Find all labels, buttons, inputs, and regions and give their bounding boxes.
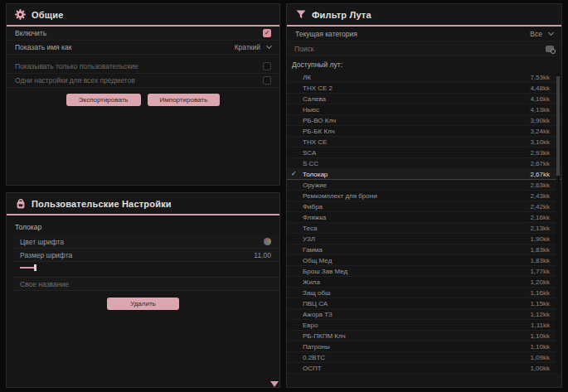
- panel-loot-filter-header: Фильтр Лута: [287, 4, 561, 27]
- font-color-label: Цвет шрифта: [20, 238, 64, 246]
- font-color-row: Цвет шрифта: [13, 235, 279, 249]
- loot-item-name: Теса: [299, 225, 530, 232]
- loot-row[interactable]: ✓ S CC 2,67kk: [287, 158, 561, 169]
- slider-fill: [20, 267, 35, 269]
- loot-item-name: ОСПТ: [299, 365, 530, 372]
- only-custom-label: Показывать только пользовательские: [15, 62, 138, 70]
- loot-list: ✓ ЛК 7,53kk ✓ ТНХ СЕ 2 4,48kk ✓ Салева 4…: [287, 72, 561, 374]
- loot-row[interactable]: ✓ ОСПТ 1,00kk: [287, 363, 561, 374]
- loot-row[interactable]: ✓ РБ-ПКПМ Клч 1,10kk: [287, 331, 561, 341]
- loot-item-value: 3,10kk: [530, 138, 550, 146]
- setting-row-name-display: Показать имя как Краткий: [7, 41, 279, 55]
- loot-item-value: 2,13kk: [530, 225, 550, 232]
- loot-item-name: Толокар: [299, 171, 530, 178]
- scrollbar[interactable]: [556, 72, 560, 374]
- loot-row[interactable]: ✓ Ньюс 4,13kk: [287, 104, 561, 115]
- loot-row[interactable]: ✓ Толокар 2,67kk: [287, 169, 561, 180]
- loot-row[interactable]: ✓ ПВЦ СА 1,15kk: [287, 298, 561, 309]
- panel-user-settings-title: Пользовательские Настройки: [32, 199, 172, 209]
- loot-item-value: 1,15kk: [530, 300, 550, 307]
- loot-item-name: Общ Мед: [299, 257, 530, 264]
- loot-item-value: 3,90kk: [530, 117, 550, 124]
- loot-row[interactable]: ✓ 0.2BTC 1,09kk: [287, 352, 561, 363]
- enable-label: Включить: [15, 29, 46, 37]
- category-dropdown[interactable]: Все: [530, 30, 553, 38]
- panel-loot-filter-title: Фильтр Лута: [312, 10, 371, 20]
- loot-row[interactable]: ✓ Фибра 2,42kk: [287, 201, 561, 212]
- loot-item-name: ТНХ СЕ 2: [299, 85, 530, 92]
- loot-row[interactable]: ✓ Фляжка 2,16kk: [287, 212, 561, 223]
- loot-item-value: 4,13kk: [530, 106, 550, 114]
- loot-row[interactable]: ✓ Салева 4,16kk: [287, 94, 561, 104]
- loot-row[interactable]: ✓ Защ обш 1,16kk: [287, 288, 561, 298]
- panel-general: Общие Включить ✓ Показать имя как Кратки…: [6, 3, 280, 186]
- font-size-value: 11.00: [254, 251, 271, 259]
- name-display-dropdown[interactable]: Краткий: [235, 43, 271, 51]
- check-icon: ✓: [291, 171, 299, 177]
- loot-row[interactable]: ✓ РБ-ВО Клч 3,90kk: [287, 115, 561, 126]
- category-label: Текущая категория: [295, 30, 357, 38]
- loot-row[interactable]: ✓ Гамма 1,83kk: [287, 244, 561, 255]
- loot-row[interactable]: ✓ ЛК 7,53kk: [287, 72, 561, 83]
- loot-row[interactable]: ✓ Жила 1,20kk: [287, 277, 561, 288]
- loot-item-name: S CC: [299, 160, 530, 167]
- loot-item-value: 1,12kk: [530, 311, 550, 318]
- loot-row[interactable]: ✓ Теса 2,13kk: [287, 223, 561, 234]
- slider-handle[interactable]: [34, 264, 36, 271]
- loot-row[interactable]: ✓ ТНХ СЕ 2 4,48kk: [287, 83, 561, 94]
- loot-item-value: 2,63kk: [530, 181, 550, 189]
- gear-icon: [15, 9, 26, 20]
- loot-row[interactable]: ✓ Ажора ТЗ 1,12kk: [287, 309, 561, 320]
- loot-row[interactable]: ✓ УЗЛ 1,90kk: [287, 234, 561, 244]
- search-input[interactable]: [294, 45, 546, 53]
- scrollbar-thumb[interactable]: [556, 76, 560, 176]
- loot-item-name: 0.2BTC: [299, 354, 530, 361]
- loot-item-value: 2,43kk: [530, 192, 550, 200]
- custom-name-input[interactable]: [20, 280, 273, 288]
- loot-row[interactable]: ✓ Общ Мед 1,83kk: [287, 255, 561, 266]
- setting-row-enable: Включить ✓: [7, 27, 279, 41]
- only-custom-checkbox[interactable]: ✓: [263, 62, 271, 70]
- loot-item-name: Евро: [299, 322, 531, 329]
- enable-checkbox[interactable]: ✓: [263, 29, 271, 37]
- chevron-down-icon: [266, 43, 272, 49]
- loot-row[interactable]: ✓ Евро 1,11kk: [287, 320, 561, 331]
- loot-item-name: РБ-ПКПМ Клч: [299, 332, 530, 340]
- panel-general-title: Общие: [32, 10, 64, 20]
- loot-row[interactable]: ✓ Брош Зав Мед 1,77kk: [287, 266, 561, 277]
- loot-row[interactable]: ✓ SCA 2,93kk: [287, 148, 561, 158]
- loot-item-name: РБ-ВО Клч: [299, 117, 530, 124]
- loot-item-name: ТНХ СЕ: [299, 138, 530, 146]
- scroll-down-indicator[interactable]: [270, 381, 279, 387]
- panel-user-settings-header: Пользовательские Настройки: [7, 193, 279, 215]
- search-icon[interactable]: [546, 46, 554, 52]
- font-size-row: Размер шрифта 11.00: [13, 249, 279, 262]
- name-display-label: Показать имя как: [15, 43, 71, 51]
- loot-item-value: 1,11kk: [531, 322, 550, 329]
- category-value: Все: [530, 30, 542, 38]
- same-settings-label: Одни настройки для всех предметов: [15, 76, 135, 85]
- loot-item-value: 1,90kk: [530, 235, 550, 243]
- panel-general-header: Общие: [7, 4, 279, 27]
- loot-item-name: Защ обш: [299, 289, 530, 297]
- import-button[interactable]: Импортировать: [148, 94, 221, 106]
- loot-item-value: 1,00kk: [530, 365, 550, 372]
- setting-row-same-settings: Одни настройки для всех предметов ✓: [7, 74, 279, 88]
- loot-item-name: Жила: [299, 278, 530, 286]
- font-size-slider[interactable]: [20, 264, 266, 271]
- selected-item-name: Толокар: [15, 223, 271, 231]
- loot-row[interactable]: ✓ РБ-БК Клч 3,24kk: [287, 126, 561, 137]
- export-button[interactable]: Экспортировать: [66, 94, 141, 106]
- loot-item-value: 1,16kk: [530, 289, 550, 297]
- loot-row[interactable]: ✓ Патроны 1,10kk: [287, 341, 561, 352]
- loot-item-name: Брош Зав Мед: [299, 268, 530, 275]
- custom-name-row: [13, 277, 279, 291]
- loot-row[interactable]: ✓ Оружие 2,63kk: [287, 180, 561, 191]
- loot-item-value: 2,16kk: [530, 214, 550, 221]
- same-settings-checkbox[interactable]: ✓: [263, 76, 271, 85]
- loot-row[interactable]: ✓ ТНХ СЕ 3,10kk: [287, 137, 561, 148]
- color-picker-icon[interactable]: [264, 238, 271, 245]
- panel-loot-filter: Фильтр Лута Текущая категория Все Доступ…: [286, 3, 562, 388]
- delete-button[interactable]: Удалить: [107, 298, 179, 310]
- loot-row[interactable]: ✓ Ремкомплект для брони 2,43kk: [287, 191, 561, 201]
